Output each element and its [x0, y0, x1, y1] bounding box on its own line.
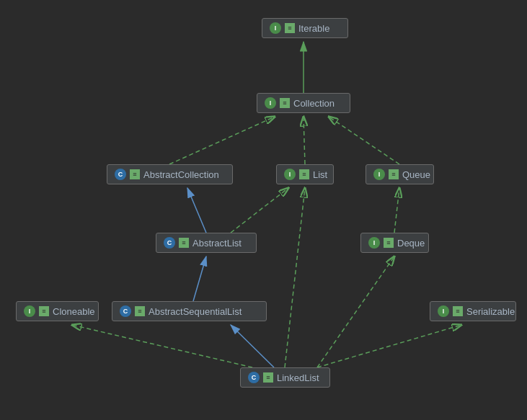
module-abstractlist: ≡: [179, 238, 189, 248]
node-deque[interactable]: I ≡ Deque: [360, 233, 429, 253]
icon-linkedlist: C: [248, 372, 260, 383]
module-abstractcollection: ≡: [130, 169, 140, 179]
icon-cloneable: I: [24, 305, 35, 317]
diagram-container: I ≡ Iterable I ≡ Collection C ≡ Abstract…: [0, 0, 527, 420]
svg-line-15: [317, 256, 394, 367]
node-abstractcollection[interactable]: C ≡ AbstractCollection: [107, 164, 233, 184]
svg-line-4: [169, 117, 275, 164]
icon-abstractsequentiallist: C: [120, 305, 131, 317]
icon-deque: I: [368, 237, 380, 249]
svg-line-8: [231, 188, 288, 233]
svg-line-6: [329, 117, 399, 164]
label-abstractsequentiallist: AbstractSequentialList: [149, 306, 242, 317]
svg-line-7: [187, 188, 206, 233]
module-abstractsequentiallist: ≡: [135, 306, 145, 316]
node-abstractlist[interactable]: C ≡ AbstractList: [156, 233, 257, 253]
node-list[interactable]: I ≡ List: [276, 164, 334, 184]
label-list: List: [313, 169, 327, 180]
module-list: ≡: [299, 169, 309, 179]
node-serializable[interactable]: I ≡ Serializable: [430, 301, 516, 321]
label-iterable: Iterable: [298, 23, 329, 34]
connections-svg: [0, 0, 527, 420]
node-cloneable[interactable]: I ≡ Cloneable: [16, 301, 99, 321]
svg-line-10: [193, 256, 206, 301]
node-iterable[interactable]: I ≡ Iterable: [262, 18, 348, 38]
label-abstractcollection: AbstractCollection: [143, 169, 219, 180]
label-abstractlist: AbstractList: [192, 238, 242, 249]
node-abstractsequentiallist[interactable]: C ≡ AbstractSequentialList: [112, 301, 267, 321]
svg-line-13: [317, 325, 461, 367]
svg-line-12: [72, 325, 252, 367]
label-queue: Queue: [402, 169, 430, 180]
label-serializable: Serializable: [466, 306, 515, 317]
module-iterable: ≡: [285, 23, 295, 33]
node-queue[interactable]: I ≡ Queue: [366, 164, 434, 184]
module-deque: ≡: [384, 238, 394, 248]
icon-queue: I: [373, 169, 385, 180]
svg-line-9: [394, 188, 399, 233]
icon-iterable: I: [270, 22, 281, 34]
label-deque: Deque: [397, 238, 425, 249]
module-cloneable: ≡: [39, 306, 49, 316]
module-collection: ≡: [280, 98, 290, 108]
label-cloneable: Cloneable: [53, 306, 95, 317]
module-queue: ≡: [389, 169, 399, 179]
icon-list: I: [284, 169, 296, 180]
svg-line-11: [231, 325, 274, 367]
icon-serializable: I: [438, 305, 449, 317]
icon-abstractcollection: C: [115, 169, 126, 180]
icon-collection: I: [265, 97, 276, 109]
svg-line-5: [304, 117, 305, 164]
label-collection: Collection: [293, 98, 335, 109]
svg-line-14: [285, 188, 305, 367]
module-serializable: ≡: [453, 306, 463, 316]
icon-abstractlist: C: [164, 237, 175, 249]
node-linkedlist[interactable]: C ≡ LinkedList: [240, 367, 330, 388]
module-linkedlist: ≡: [263, 372, 273, 383]
label-linkedlist: LinkedList: [277, 372, 319, 383]
node-collection[interactable]: I ≡ Collection: [257, 93, 350, 113]
